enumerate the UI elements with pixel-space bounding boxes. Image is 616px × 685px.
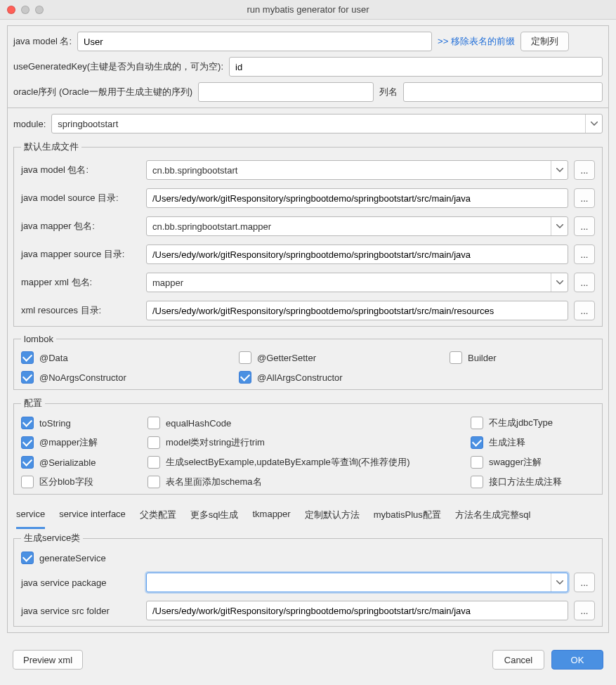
java-mapper-pkg-label: java mapper 包名:	[21, 220, 140, 233]
custom-column-button[interactable]: 定制列	[520, 32, 569, 51]
tab-custom-default[interactable]: 定制默认方法	[305, 504, 360, 529]
tabs: service service interface 父类配置 更多sql生成 t…	[13, 504, 603, 529]
mapper-xml-pkg-browse-button[interactable]: ...	[574, 273, 595, 292]
tab-tkmapper[interactable]: tkmapper	[252, 504, 290, 529]
chevron-down-icon	[551, 217, 568, 235]
tab-service[interactable]: service	[16, 504, 45, 529]
nojdbctype-checkbox[interactable]	[471, 417, 483, 429]
ok-button[interactable]: OK	[551, 650, 603, 670]
iface-comment-checkbox[interactable]	[471, 476, 483, 488]
java-model-name-label: java model 名:	[13, 35, 72, 48]
lombok-fieldset: lombok @Data @GetterSetter Builder @NoAr…	[13, 334, 603, 390]
chevron-down-icon	[551, 161, 568, 179]
service-legend: 生成service类	[21, 532, 83, 544]
tostring-checkbox[interactable]	[21, 417, 34, 429]
lombok-builder-checkbox[interactable]	[450, 351, 462, 364]
oracle-seq-input[interactable]	[198, 82, 374, 102]
java-model-pkg-browse-button[interactable]: ...	[574, 160, 595, 180]
mapper-xml-pkg-label: mapper xml 包名:	[21, 276, 140, 289]
mapper-anno-checkbox[interactable]	[21, 436, 34, 449]
preview-xml-button[interactable]: Preview xml	[13, 650, 83, 670]
serializable-checkbox[interactable]	[21, 456, 34, 469]
service-src-input[interactable]	[146, 601, 568, 620]
java-mapper-src-browse-button[interactable]: ...	[574, 244, 595, 264]
cancel-button[interactable]: Cancel	[492, 650, 544, 670]
service-src-browse-button[interactable]: ...	[574, 601, 595, 620]
tab-parent-config[interactable]: 父类配置	[140, 504, 176, 529]
close-icon[interactable]	[7, 6, 15, 14]
java-model-pkg-combo[interactable]: cn.bb.springbootstart	[146, 160, 568, 180]
java-model-name-input[interactable]	[77, 32, 432, 51]
java-mapper-src-label: java mapper source 目录:	[21, 248, 140, 261]
select-by-example-checkbox[interactable]	[148, 456, 160, 469]
window-controls	[0, 6, 44, 14]
java-model-src-label: java model source 目录:	[21, 192, 140, 204]
module-combo[interactable]: springbootstart	[51, 114, 603, 133]
chevron-down-icon	[551, 273, 568, 292]
java-mapper-pkg-combo[interactable]: cn.bb.springbootstart.mapper	[146, 216, 568, 236]
generate-service-checkbox[interactable]	[21, 552, 34, 564]
java-mapper-pkg-browse-button[interactable]: ...	[574, 216, 595, 236]
lombok-getset-checkbox[interactable]	[239, 351, 251, 364]
chevron-down-icon	[585, 115, 602, 133]
service-fieldset: 生成service类 generateService java service …	[13, 532, 603, 627]
lombok-data-checkbox[interactable]	[21, 351, 34, 364]
xml-res-label: xml resources 目录:	[21, 304, 140, 317]
column-name-label: 列名	[379, 86, 398, 98]
lombok-allargs-checkbox[interactable]	[239, 371, 251, 384]
java-model-pkg-label: java model 包名:	[21, 164, 140, 176]
default-gen-fieldset: 默认生成文件 java model 包名: cn.bb.springbootst…	[13, 141, 603, 327]
tab-method-full-sql[interactable]: 方法名生成完整sql	[455, 504, 531, 529]
model-trim-checkbox[interactable]	[148, 436, 160, 449]
equalhashcode-checkbox[interactable]	[148, 417, 160, 429]
mapper-xml-pkg-combo[interactable]: mapper	[146, 273, 568, 292]
module-label: module:	[13, 119, 46, 129]
content-panel: module: springbootstart 默认生成文件 java mode…	[7, 108, 609, 633]
default-gen-legend: 默认生成文件	[21, 141, 81, 153]
column-name-input[interactable]	[403, 82, 603, 102]
dialog-footer: Preview xml Cancel OK	[0, 640, 616, 679]
oracle-seq-label: oracle序列 (Oracle一般用于生成主键的序列)	[13, 86, 192, 98]
tab-more-sql[interactable]: 更多sql生成	[190, 504, 239, 529]
tab-service-interface[interactable]: service interface	[59, 504, 126, 529]
use-generated-key-input[interactable]	[229, 57, 603, 77]
xml-res-browse-button[interactable]: ...	[574, 301, 595, 320]
swagger-checkbox[interactable]	[471, 456, 483, 469]
service-pkg-label: java service package	[21, 578, 140, 588]
lombok-legend: lombok	[21, 334, 56, 344]
service-pkg-browse-button[interactable]: ...	[574, 573, 595, 592]
java-model-src-browse-button[interactable]: ...	[574, 188, 595, 208]
java-model-src-input[interactable]	[146, 188, 568, 208]
blob-checkbox[interactable]	[21, 476, 34, 488]
use-generated-key-label: useGeneratedKey(主键是否为自动生成的，可为空):	[13, 60, 223, 73]
schema-checkbox[interactable]	[148, 476, 160, 488]
xml-res-input[interactable]	[146, 301, 568, 320]
window-title: run mybatis generator for user	[0, 4, 616, 15]
java-mapper-src-input[interactable]	[146, 244, 568, 264]
lombok-noargs-checkbox[interactable]	[21, 371, 34, 384]
maximize-icon[interactable]	[35, 6, 44, 14]
module-combo-value: springbootstart	[58, 119, 118, 129]
service-pkg-combo[interactable]	[146, 573, 568, 592]
titlebar: run mybatis generator for user	[0, 0, 616, 20]
config-legend: 配置	[21, 397, 45, 410]
service-src-label: java service src folder	[21, 606, 140, 616]
chevron-down-icon	[551, 573, 568, 592]
remove-prefix-link[interactable]: >> 移除表名的前缀	[438, 35, 515, 48]
tab-mybatis-plus[interactable]: mybatisPlus配置	[374, 504, 441, 529]
config-fieldset: 配置 toString equalHashCode 不生成jdbcType @m…	[13, 397, 603, 495]
main-panel: java model 名: >> 移除表名的前缀 定制列 useGenerate…	[7, 25, 609, 108]
gen-comment-checkbox[interactable]	[471, 436, 483, 449]
minimize-icon[interactable]	[21, 6, 30, 14]
